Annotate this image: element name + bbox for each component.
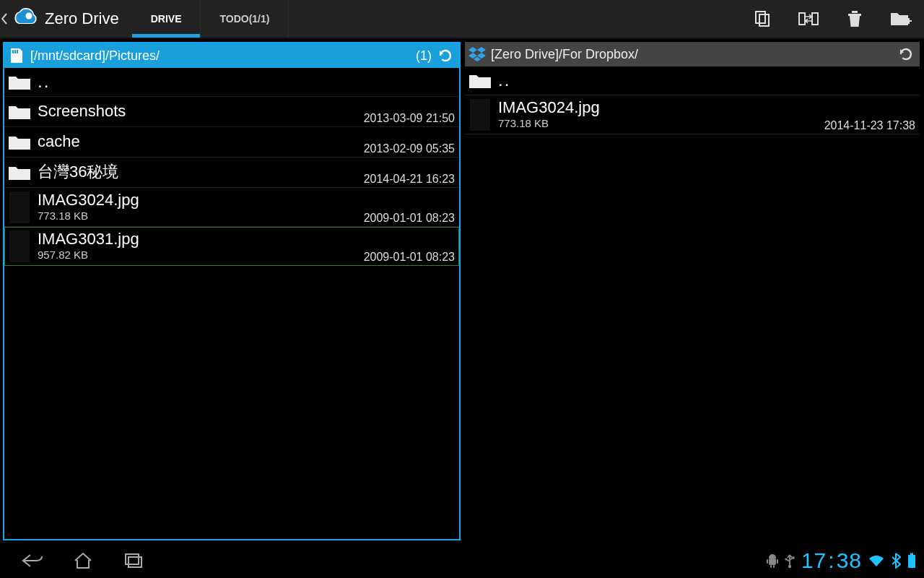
up-directory[interactable]: .. (4, 68, 459, 97)
status-area[interactable]: 17:38 (767, 548, 917, 573)
home-button[interactable] (58, 543, 108, 578)
svg-point-20 (785, 558, 787, 560)
pane-local-header: [/mnt/sdcard]/Pictures/ (1) (4, 43, 459, 68)
list-item[interactable]: cache 2013-02-09 05:35 (4, 127, 459, 158)
item-date: 2013-03-09 21:50 (364, 112, 455, 125)
item-name: IMAG3031.jpg (38, 230, 358, 248)
new-folder-button[interactable] (878, 0, 924, 38)
image-thumbnail (470, 99, 490, 131)
list-item[interactable]: 台灣36秘境 2014-04-21 16:23 (4, 158, 459, 188)
usb-icon (784, 553, 796, 569)
item-size: 957.82 KB (38, 249, 358, 262)
item-name: IMAG3024.jpg (498, 99, 819, 116)
svg-rect-11 (17, 50, 18, 53)
wifi-icon (868, 553, 885, 568)
item-date: 2009-01-01 08:23 (364, 212, 455, 225)
svg-rect-3 (799, 13, 805, 25)
svg-rect-4 (812, 13, 818, 25)
folder-icon (7, 102, 32, 122)
item-date: 2014-11-23 17:38 (824, 119, 915, 132)
item-date: 2013-02-09 05:35 (364, 142, 455, 155)
svg-rect-1 (756, 12, 765, 23)
item-size: 773.18 KB (498, 117, 819, 130)
svg-rect-13 (128, 557, 141, 567)
android-debug-icon (767, 553, 778, 568)
svg-rect-17 (770, 565, 772, 568)
file-list-local: .. Screenshots 2013-03-09 21:50 cache 20… (4, 68, 459, 539)
item-name: Screenshots (38, 103, 358, 120)
refresh-local-button[interactable] (436, 46, 455, 65)
status-clock: 17:38 (801, 548, 862, 573)
dropbox-icon (468, 45, 487, 64)
svg-rect-8 (908, 18, 910, 24)
list-item[interactable]: IMAG3024.jpg 773.18 KB 2014-11-23 17:38 (465, 95, 920, 134)
pane-local-path: [/mnt/sdcard]/Pictures/ (30, 48, 416, 64)
pane-local: [/mnt/sdcard]/Pictures/ (1) .. (3, 42, 461, 540)
pane-remote: [Zero Drive]/For Dropbox/ .. (465, 42, 920, 540)
pane-local-count: (1) (416, 48, 432, 64)
pane-remote-header: [Zero Drive]/For Dropbox/ (465, 42, 920, 66)
recent-apps-button[interactable] (108, 543, 159, 578)
up-label: .. (498, 71, 915, 90)
image-thumbnail (9, 230, 30, 262)
folder-icon (7, 72, 32, 92)
image-thumbnail (9, 191, 30, 223)
item-size: 773.18 KB (38, 210, 358, 223)
system-navbar: 17:38 (0, 543, 924, 578)
action-bar: Zero Drive DRIVE TODO(1/1) (0, 0, 924, 39)
svg-rect-22 (908, 555, 915, 568)
up-directory[interactable]: .. (465, 66, 920, 95)
svg-point-19 (788, 565, 791, 568)
sdcard-icon (7, 46, 26, 65)
svg-rect-12 (126, 554, 139, 564)
list-item[interactable]: IMAG3024.jpg 773.18 KB 2009-01-01 08:23 (4, 188, 459, 227)
item-date: 2009-01-01 08:23 (364, 251, 455, 264)
clock-minutes: 38 (837, 548, 862, 573)
item-name: cache (38, 133, 358, 150)
app-title: Zero Drive (42, 9, 132, 28)
item-name: 台灣36秘境 (38, 163, 358, 181)
back-button[interactable] (7, 543, 58, 578)
item-name: IMAG3024.jpg (38, 191, 358, 209)
tabs: DRIVE TODO(1/1) (132, 0, 289, 38)
copy-button[interactable] (739, 0, 785, 38)
svg-rect-5 (848, 14, 861, 16)
tab-todo[interactable]: TODO(1/1) (201, 0, 289, 38)
battery-icon (907, 553, 917, 569)
svg-rect-16 (777, 559, 778, 564)
folder-icon (7, 163, 32, 183)
svg-rect-6 (852, 11, 858, 13)
bluetooth-icon (891, 553, 901, 569)
svg-rect-21 (792, 556, 794, 558)
folder-icon (7, 132, 32, 152)
svg-rect-9 (12, 50, 14, 53)
back-icon[interactable] (1, 0, 9, 38)
svg-rect-10 (14, 50, 16, 53)
item-date: 2014-04-21 16:23 (364, 173, 455, 186)
svg-rect-15 (767, 559, 768, 564)
folder-icon (468, 71, 492, 91)
svg-rect-2 (759, 14, 769, 26)
svg-rect-14 (769, 558, 776, 565)
file-list-remote: .. IMAG3024.jpg 773.18 KB 2014-11-23 17:… (465, 66, 920, 540)
up-label: .. (38, 72, 455, 91)
pane-remote-path: [Zero Drive]/For Dropbox/ (491, 47, 897, 62)
list-item[interactable]: IMAG3031.jpg 957.82 KB 2009-01-01 08:23 (4, 227, 459, 266)
delete-button[interactable] (832, 0, 878, 38)
list-item[interactable]: Screenshots 2013-03-09 21:50 (4, 97, 459, 127)
refresh-remote-button[interactable] (897, 45, 915, 64)
app-icon[interactable] (10, 4, 39, 33)
clock-hours: 17 (801, 548, 827, 573)
svg-rect-23 (910, 553, 913, 556)
svg-point-0 (26, 13, 32, 20)
sync-button[interactable] (785, 0, 832, 38)
svg-rect-18 (773, 565, 775, 568)
tab-drive[interactable]: DRIVE (132, 0, 201, 38)
